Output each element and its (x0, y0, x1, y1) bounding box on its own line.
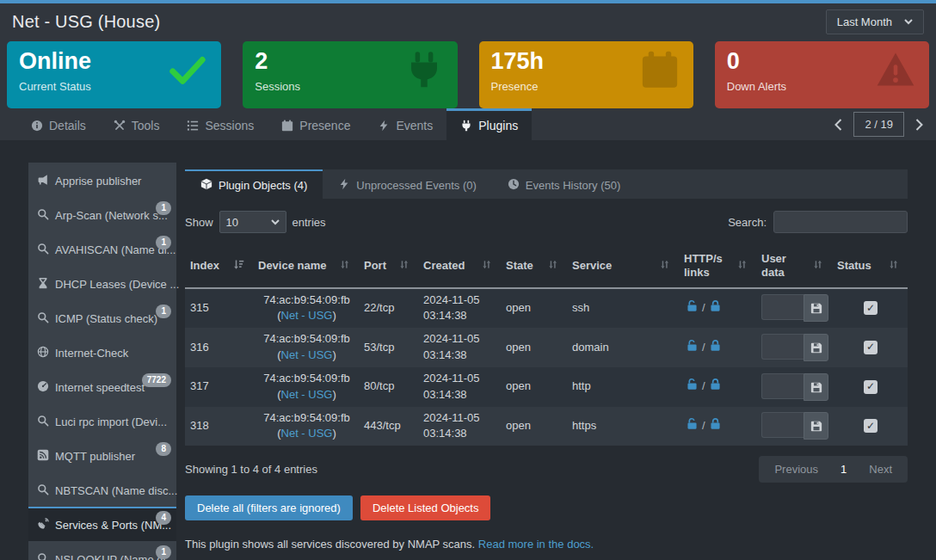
status-checkbox[interactable]: ✓ (864, 301, 878, 315)
user-data-input[interactable] (761, 334, 804, 360)
cell-index: 315 (185, 297, 253, 320)
unlock-icon[interactable] (686, 378, 699, 396)
cube-icon (200, 178, 212, 190)
sidebar-plugin-item[interactable]: Luci rpc import (Devi... (28, 403, 176, 438)
plugin-tab[interactable]: Events History (50) (492, 169, 637, 199)
pagination-next[interactable]: Next (857, 463, 904, 476)
sidebar-plugin-item[interactable]: Apprise publisher (28, 163, 176, 197)
lock-icon[interactable] (709, 417, 722, 435)
save-button[interactable] (804, 294, 828, 322)
delete-all-button[interactable]: Delete all (filters are ignored) (185, 495, 353, 520)
user-data-input[interactable] (761, 373, 804, 399)
nav-tab[interactable]: Presence (268, 108, 364, 140)
cell-port: 53/tcp (359, 336, 418, 360)
docs-link[interactable]: Read more in the docs. (478, 538, 594, 551)
cell-service: domain (567, 336, 679, 360)
pagination-page-1[interactable]: 1 (830, 463, 857, 476)
sidebar-plugin-item[interactable]: Arp-Scan (Network s... 1 (28, 197, 176, 231)
cell-port: 80/tcp (359, 375, 418, 398)
status-checkbox[interactable]: ✓ (864, 419, 878, 433)
sidebar-item-label: Luci rpc import (Devi... (55, 415, 167, 428)
sidebar-plugin-item[interactable]: NSLOOKUP (Name di... 1 (28, 541, 176, 560)
status-checkbox[interactable]: ✓ (864, 341, 878, 354)
save-button[interactable] (804, 412, 828, 440)
unlock-icon[interactable] (686, 299, 699, 317)
column-header[interactable]: Created (418, 243, 501, 287)
page-length-select[interactable]: 10 (219, 211, 286, 233)
column-header-label: Status (837, 259, 871, 273)
lock-icon[interactable] (709, 339, 722, 357)
entries-summary: Showing 1 to 4 of 4 entries (185, 463, 317, 476)
save-button[interactable] (804, 334, 828, 361)
sidebar-plugin-item[interactable]: DHCP Leases (Device ... (28, 266, 176, 300)
unlock-icon[interactable] (686, 417, 699, 435)
delete-listed-button[interactable]: Delete Listed Objects (360, 495, 491, 520)
nav-tab[interactable]: Events (364, 108, 446, 140)
column-header[interactable]: Service (567, 243, 679, 287)
cell-http-links: / (679, 374, 756, 399)
status-checkbox[interactable]: ✓ (864, 380, 878, 394)
bullhorn-icon (37, 174, 49, 186)
table-header: Index Device name (185, 243, 908, 289)
nav-tab[interactable]: Details (17, 108, 100, 140)
period-selector[interactable]: Last Month (826, 9, 924, 34)
column-header-label: Index (190, 259, 219, 273)
user-data-input[interactable] (761, 412, 804, 438)
plugin-tab[interactable]: Plugin Objects (4) (185, 169, 323, 199)
rss-icon (37, 449, 49, 461)
sidebar-item-label: Internet-Check (55, 347, 128, 360)
plugin-description: This plugin shows all services discovere… (185, 538, 908, 551)
search-input[interactable] (773, 211, 908, 233)
column-header[interactable]: User data (756, 243, 832, 287)
tools-icon (114, 120, 126, 132)
sidebar-plugin-item[interactable]: AVAHISCAN (Name di... 1 (28, 231, 176, 266)
sidebar-plugin-item[interactable]: ICMP (Status check) 1 (28, 300, 176, 335)
device-net-link[interactable]: Net - USG (281, 427, 333, 440)
pagination-previous[interactable]: Previous (762, 463, 830, 476)
nav-tab-label: Presence (299, 119, 350, 132)
lock-icon[interactable] (709, 378, 722, 396)
cell-state: open (501, 375, 567, 398)
sort-icon (888, 259, 899, 274)
save-button[interactable] (804, 373, 828, 401)
show-label: Show (185, 216, 213, 229)
column-header[interactable]: HTTP/s links (679, 243, 756, 287)
device-net-link[interactable]: Net - USG (281, 388, 333, 401)
nav-tab[interactable]: Tools (100, 108, 174, 140)
sidebar-item-icon (37, 174, 49, 188)
lock-icon[interactable] (709, 299, 722, 317)
sort-icon (398, 259, 410, 274)
unlock-icon[interactable] (686, 339, 699, 357)
sidebar-plugin-item[interactable]: Services & Ports (NM... 4 (28, 507, 176, 541)
device-net-link[interactable]: Net - USG (281, 309, 333, 322)
column-header[interactable]: Device name (253, 243, 359, 287)
plug-icon (404, 50, 444, 89)
status-card: 2 Sessions (243, 41, 457, 108)
column-header[interactable]: Port (359, 243, 418, 287)
sidebar-item-icon (37, 449, 49, 464)
sidebar-item-icon (37, 380, 49, 395)
device-net-link[interactable]: Net - USG (281, 348, 333, 361)
plugin-tab[interactable]: Unprocessed Events (0) (323, 169, 491, 199)
nav-tab[interactable]: Plugins (446, 108, 532, 140)
cell-state: open (501, 336, 567, 360)
column-header[interactable]: Index (185, 243, 253, 287)
chevron-left-icon[interactable] (834, 119, 843, 131)
nav-tab[interactable]: Sessions (173, 108, 268, 140)
cell-port: 443/tcp (359, 415, 418, 438)
cell-status: ✓ (832, 377, 908, 397)
column-header[interactable]: State (501, 243, 567, 287)
user-data-input[interactable] (761, 294, 804, 320)
sidebar-plugin-item[interactable]: Internet-Check (28, 335, 176, 369)
nav-tab-label: Tools (132, 119, 160, 132)
nav-tab-icon (31, 120, 43, 132)
sidebar-plugin-item[interactable]: NBTSCAN (Name disc... (28, 472, 176, 507)
sidebar-item-icon (37, 208, 49, 223)
sidebar-plugin-item[interactable]: MQTT publisher 8 (28, 438, 176, 472)
sidebar-item-badge: 7722 (142, 373, 171, 387)
chevron-right-icon[interactable] (914, 119, 924, 131)
column-header[interactable]: Status (832, 243, 908, 287)
sidebar-plugin-item[interactable]: Internet speedtest 7722 (28, 369, 176, 403)
cell-http-links: / (679, 335, 756, 360)
search-icon (37, 552, 49, 560)
